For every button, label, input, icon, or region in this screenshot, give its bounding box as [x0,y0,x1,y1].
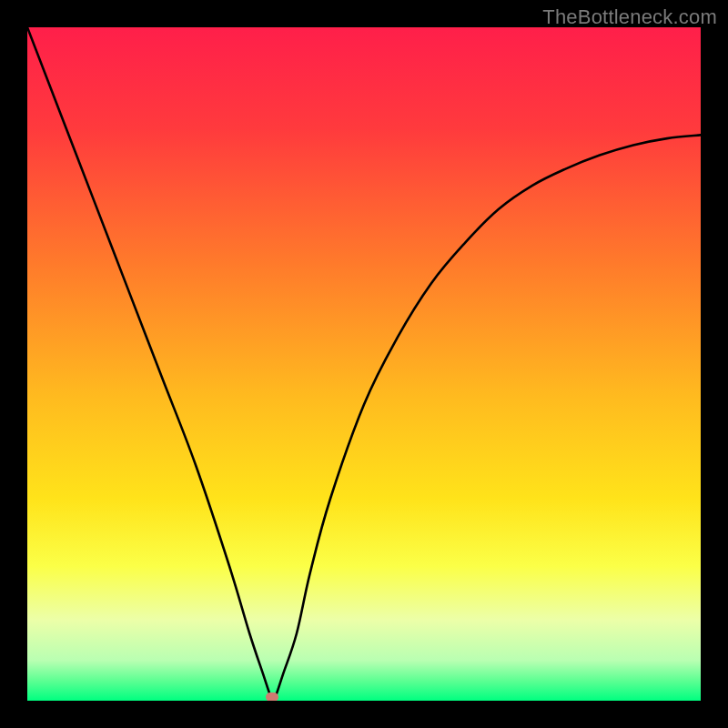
watermark-text: TheBottleneck.com [542,5,717,29]
chart-plot-area [27,27,701,701]
chart-marker [266,693,278,701]
chart-curve [27,27,701,701]
